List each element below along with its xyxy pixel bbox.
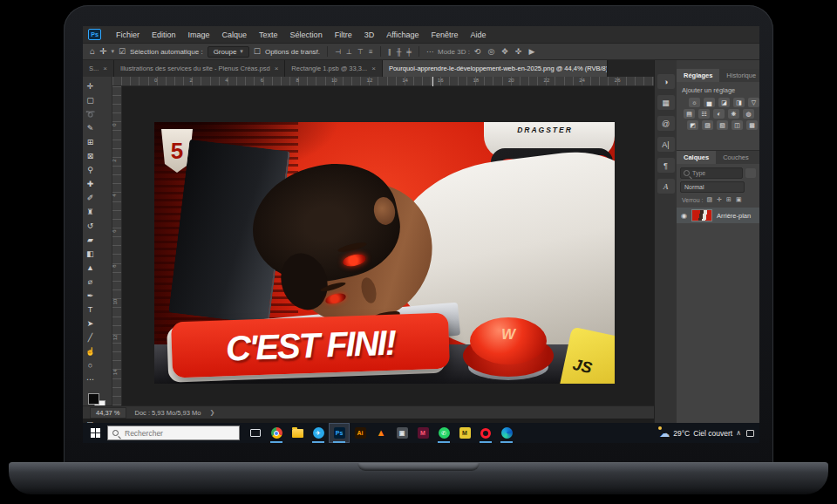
paragraph-panel-icon[interactable]: ¶ [657, 158, 675, 173]
menu-item-0[interactable]: Fichier [110, 26, 146, 44]
lock-icon[interactable]: ⊞ [726, 196, 732, 203]
taskbar-app-vlc[interactable]: ▲ [371, 423, 391, 443]
eyedropper-tool[interactable]: ⚲ [83, 163, 98, 177]
tab-calques[interactable]: Calques [677, 151, 716, 164]
libraries-panel-icon[interactable]: @ [657, 116, 675, 131]
glyphs-panel-icon[interactable]: A [657, 179, 675, 194]
start-button[interactable] [83, 423, 107, 443]
document-tab[interactable]: S...× [83, 60, 114, 77]
color-panel-icon[interactable]: ◑ [657, 74, 675, 89]
auto-select-checkbox[interactable]: ☑ [119, 47, 126, 56]
marquee-tool[interactable]: ▢ [83, 93, 98, 107]
tab-close-icon[interactable]: × [371, 65, 376, 72]
mode3d-icon[interactable]: ✜ [515, 47, 522, 56]
document-tab[interactable]: Illustrations des services du site - Ple… [114, 60, 285, 77]
adjustment-icon[interactable]: ▩ [746, 120, 758, 130]
adjustment-icon[interactable]: ▽ [748, 98, 759, 107]
taskbar-app-telegram[interactable]: ✈ [308, 423, 329, 443]
adjustment-icon[interactable]: ◨ [733, 98, 745, 107]
frame-tool[interactable]: ⊠ [83, 149, 98, 163]
taskbar-app-app-m-yellow[interactable]: M [454, 423, 475, 443]
taskbar-app-task-view[interactable] [245, 423, 266, 443]
zoom-tool[interactable]: ○ [83, 358, 98, 372]
adjustment-icon[interactable]: ☷ [698, 109, 710, 119]
align-icon[interactable]: ≡ [369, 48, 373, 56]
adjustment-icon[interactable]: ▤ [684, 109, 695, 119]
taskbar-app-app-m-red[interactable]: M [412, 423, 433, 443]
path-select-tool[interactable]: ➤ [83, 317, 98, 330]
tab-historique[interactable]: Historique [719, 69, 759, 82]
quick-selection-tool[interactable]: ✎ [83, 121, 98, 135]
taskbar-app-photos[interactable]: ▣ [391, 423, 412, 443]
filter-toggle-icon[interactable] [745, 168, 756, 178]
home-icon[interactable]: ⌂ [90, 47, 95, 56]
adjustment-icon[interactable]: ▅ [704, 98, 715, 107]
shape-tool[interactable]: ╱ [83, 330, 98, 344]
tab-couches[interactable]: Couches [716, 151, 756, 164]
adjustment-icon[interactable]: ▧ [717, 120, 728, 130]
tab-réglages[interactable]: Réglages [677, 69, 719, 82]
clone-stamp-tool[interactable]: ♜ [83, 205, 98, 219]
search-input[interactable] [123, 428, 219, 439]
adjustment-icon[interactable]: ◩ [687, 120, 698, 130]
tray-chevron-icon[interactable]: ∧ [736, 429, 741, 437]
menu-item-8[interactable]: Affichage [380, 26, 425, 44]
align-icon[interactable]: ⊥ [346, 48, 352, 56]
layer-row[interactable]: ◉ Arrière-plan [677, 208, 759, 223]
taskbar-app-opera[interactable] [475, 423, 496, 443]
brush-tool[interactable]: ✐ [83, 191, 98, 205]
blur-tool[interactable]: ▲ [83, 261, 98, 275]
menu-item-7[interactable]: 3D [358, 26, 381, 44]
adjustment-icon[interactable]: ◐ [713, 109, 725, 119]
tab-tracés[interactable]: Tracés [756, 151, 759, 164]
mode3d-icon[interactable]: ◎ [487, 47, 494, 56]
move-tool-icon[interactable]: ✛ [99, 47, 106, 56]
taskbar-app-illustrator[interactable]: Ai [350, 423, 371, 443]
eraser-tool[interactable]: ▰ [83, 233, 98, 247]
foreground-color-swatch[interactable] [88, 393, 99, 405]
character-panel-icon[interactable]: A| [657, 137, 675, 152]
taskbar-app-whatsapp[interactable]: ✆ [433, 423, 454, 443]
adjustment-icon[interactable]: ❋ [728, 109, 739, 119]
adjustment-icon[interactable]: ▨ [702, 120, 713, 130]
tab-close-icon[interactable]: × [103, 65, 107, 72]
tab-close-icon[interactable]: × [275, 65, 279, 72]
gradient-tool[interactable]: ◧ [83, 247, 98, 261]
crop-tool[interactable]: ⊞ [83, 135, 98, 149]
layer-name[interactable]: Arrière-plan [717, 212, 751, 220]
layer-visibility-icon[interactable]: ◉ [681, 212, 687, 220]
auto-select-dropdown[interactable]: Groupe ▾ [208, 46, 249, 58]
taskbar-search[interactable] [107, 426, 240, 440]
taskbar-app-edge[interactable] [496, 423, 517, 443]
type-tool[interactable]: T [83, 303, 98, 317]
adjustment-icon[interactable]: ☼ [689, 98, 700, 107]
distribute-icon[interactable]: ╫ [397, 48, 402, 56]
taskbar-app-photoshop[interactable]: Ps [329, 423, 350, 443]
document-tab[interactable]: Rectangle 1.psb @ 33,3...× [285, 60, 383, 77]
transform-checkbox[interactable]: ☐ [254, 47, 261, 56]
healing-brush-tool[interactable]: ✚ [83, 177, 98, 191]
menu-item-1[interactable]: Edition [146, 26, 182, 44]
pen-tool[interactable]: ✒ [83, 289, 98, 303]
lock-icon[interactable]: ▨ [707, 196, 713, 203]
mode3d-icon[interactable]: ⟲ [474, 47, 481, 56]
document-tab[interactable]: Pourquoi-apprendre-le-développement-web-… [383, 60, 608, 77]
move-tool[interactable]: ✛ [83, 79, 98, 93]
align-icon[interactable]: ⊣ [335, 48, 341, 56]
menu-item-5[interactable]: Sélection [284, 26, 329, 44]
taskbar-app-file-explorer[interactable] [287, 423, 308, 443]
adjustment-icon[interactable]: ◫ [732, 120, 743, 130]
more-tools[interactable]: ⋯ [83, 372, 98, 386]
menu-item-10[interactable]: Aide [465, 26, 493, 44]
adjustment-icon[interactable]: ◪ [718, 98, 730, 107]
align-icon[interactable]: ⊤ [357, 48, 364, 56]
zoom-level-field[interactable]: 44,37 % [90, 407, 126, 419]
lock-icon[interactable]: ▣ [736, 196, 742, 203]
dodge-tool[interactable]: ⌀ [83, 275, 98, 289]
taskbar-app-chrome[interactable] [266, 423, 287, 443]
lasso-tool[interactable]: ➰ [83, 107, 98, 121]
menu-item-4[interactable]: Texte [253, 26, 284, 44]
layer-thumbnail[interactable] [691, 209, 712, 221]
hand-tool[interactable]: ☝ [83, 344, 98, 358]
swatches-panel-icon[interactable]: ▦ [657, 95, 675, 110]
